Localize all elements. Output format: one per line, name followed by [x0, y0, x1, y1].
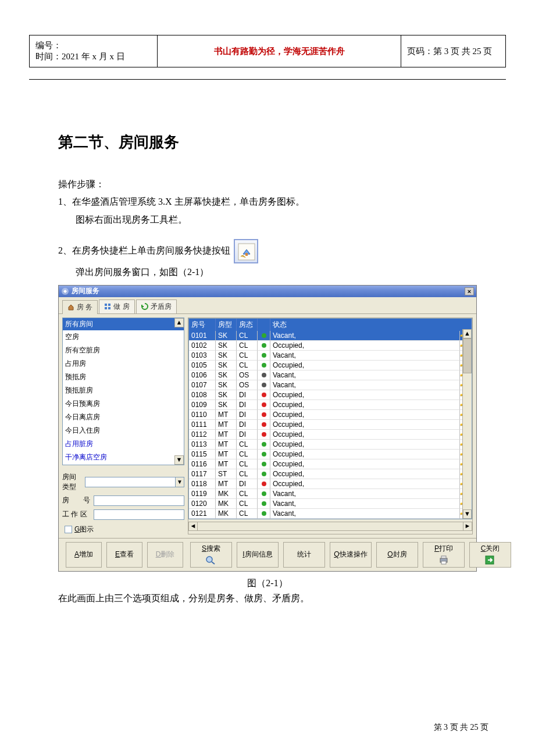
scroll-track[interactable] [198, 522, 463, 531]
quick-op-button[interactable]: Q快速操作 [330, 542, 372, 568]
button-bar: A增加 E查看 D删除 S搜索 I房间信息 统计 Q快速操作 O封房 P打印 [59, 538, 476, 571]
checkbox-icon[interactable] [65, 526, 72, 533]
list-item[interactable]: 今日预离房 [63, 397, 184, 411]
cell-dot [258, 331, 270, 341]
work-area-label: 工 作 区 [62, 509, 90, 519]
room-info-button[interactable]: I房间信息 [237, 542, 279, 568]
table-row[interactable]: 0115MTCLOccupied,🔑 [189, 450, 472, 459]
table-row[interactable]: 0106SKOSVacant,🔑 [189, 370, 472, 380]
delete-button[interactable]: D删除 [147, 542, 183, 568]
printer-icon [437, 555, 450, 565]
list-item[interactable]: 干净离店空房 [63, 451, 184, 464]
table-row[interactable]: 0112MTDIOccupied,🔑 [189, 430, 472, 440]
cell-room-type: MK [216, 509, 237, 519]
status-dot-icon [262, 511, 266, 516]
table-row[interactable]: 0121MKCLVacant,🔑 [189, 509, 472, 519]
filter-header[interactable]: 所有房间 [63, 318, 184, 330]
cell-room-code: DI [237, 479, 258, 489]
after-figure-text: 在此画面上由三个选项页组成，分别是房务、做房、矛盾房。 [58, 590, 477, 607]
list-item[interactable]: 占用脏房 [63, 437, 184, 451]
filter-listbox[interactable]: ▲ 所有房间 空房所有空脏房占用房预抵房预抵脏房今日预离房今日离店房今日入住房占… [62, 318, 184, 465]
list-item[interactable]: 今日离店房 [63, 411, 184, 424]
room-no-input[interactable] [94, 495, 184, 506]
scroll-up-button[interactable]: ▲ [174, 318, 184, 327]
scroll-down-button[interactable]: ▼ [463, 509, 472, 519]
house-icon [67, 304, 74, 311]
thumbnail-checkbox[interactable]: G图示 [65, 525, 184, 534]
list-item[interactable]: 预抵房 [63, 370, 184, 384]
list-item[interactable]: 占用房 [63, 357, 184, 370]
cell-room-type: MK [216, 489, 237, 499]
scroll-thumb[interactable] [463, 338, 472, 373]
tab-makeroom[interactable]: 做 房 [99, 299, 134, 313]
tab-discrepancy[interactable]: 矛盾房 [136, 299, 177, 313]
table-row[interactable]: 0110MTDIOccupied,🔑 [189, 410, 472, 420]
cell-room-no: 0109 [189, 400, 216, 410]
cell-dot [258, 489, 270, 499]
room-type-label: 房间类型 [62, 472, 81, 492]
list-item[interactable]: 所有空脏房 [63, 344, 184, 357]
table-row[interactable]: 0101SKCLVacant,🔑 [189, 331, 472, 341]
table-row[interactable]: 0107SKOSVacant,🔑 [189, 380, 472, 390]
room-type-combo[interactable]: ▼ [85, 477, 184, 487]
cell-status: Occupied, [270, 450, 460, 459]
table-row[interactable]: 0102SKCLOccupied,🔑 [189, 341, 472, 351]
room-type-input[interactable] [85, 477, 175, 487]
cell-dot [258, 499, 270, 509]
table-row[interactable]: 0105SKCLOccupied,🔑 [189, 361, 472, 370]
tab-housekeeping[interactable]: 房 务 [62, 300, 98, 314]
table-row[interactable]: 0119MKCLVacant,🔑 [189, 489, 472, 499]
seal-room-button[interactable]: O封房 [376, 542, 418, 568]
scroll-left-button[interactable]: ◄ [188, 522, 198, 531]
header-box: 编号： 时间：2021 年 x 月 x 日 书山有路勤为径，学海无涯苦作舟 页码… [29, 35, 506, 67]
cell-room-code: DI [237, 410, 258, 420]
table-row[interactable]: 0109SKDIOccupied,🔑 [189, 400, 472, 410]
col-room-type: 房型 [216, 319, 237, 331]
stats-button[interactable]: 统计 [283, 542, 325, 568]
table-row[interactable]: 0111MTDIOccupied,🔑 [189, 420, 472, 430]
col-indicator [258, 319, 270, 331]
cell-status: Occupied, [270, 459, 460, 469]
search-button[interactable]: S搜索 [190, 542, 232, 568]
table-row[interactable]: 0117STCLOccupied,🔑 [189, 469, 472, 479]
add-button[interactable]: A增加 [66, 542, 102, 568]
view-button[interactable]: E查看 [106, 542, 142, 568]
status-dot-icon [262, 452, 266, 457]
motto: 书山有路勤为径，学海无涯苦作舟 [158, 35, 401, 67]
cell-room-code: CL [237, 440, 258, 450]
vertical-scrollbar[interactable]: ▲ ▼ [462, 329, 472, 519]
cell-room-no: 0108 [189, 390, 216, 400]
scroll-down-button[interactable]: ▼ [174, 455, 184, 465]
table-row[interactable]: 0116MTCLOccupied,🔑 [189, 459, 472, 469]
horizontal-scrollbar[interactable]: ◄ ► [188, 522, 472, 531]
table-row[interactable]: 0108SKDIOccupied,🔑 [189, 390, 472, 400]
work-area-input[interactable] [94, 509, 184, 520]
list-item[interactable]: 暂封房 [63, 464, 184, 465]
list-item[interactable]: 预抵脏房 [63, 384, 184, 397]
cell-room-type: SK [216, 361, 237, 370]
window-title: 房间服务 [72, 286, 99, 296]
step-2b: 弹出房间服务窗口，如图（2-1） [76, 263, 477, 281]
status-dot-icon [262, 402, 266, 407]
table-row[interactable]: 0113MTCLOccupied,🔑 [189, 440, 472, 450]
cell-room-type: MT [216, 420, 237, 430]
cell-status: Occupied, [270, 400, 460, 410]
window-close-button[interactable]: × [465, 287, 474, 295]
svg-rect-6 [108, 307, 110, 309]
list-item[interactable]: 空房 [63, 330, 184, 344]
print-button[interactable]: P打印 [423, 542, 465, 568]
search-icon [205, 555, 217, 565]
cell-status: Occupied, [270, 479, 460, 489]
table-row[interactable]: 0103SKCLVacant,🔑 [189, 351, 472, 361]
status-dot-icon [262, 373, 266, 377]
scroll-up-button[interactable]: ▲ [463, 329, 472, 338]
room-grid[interactable]: 房号 房型 房态 状态 0101SKCLVacant,🔑0102SKCLOccu… [188, 318, 472, 519]
table-row[interactable]: 0118MTDIOccupied,🔑 [189, 479, 472, 489]
col-room-state: 房态 [237, 319, 258, 331]
cell-room-code: DI [237, 390, 258, 400]
table-row[interactable]: 0120MKCLVacant,🔑 [189, 499, 472, 509]
close-button[interactable]: C关闭 [469, 542, 511, 568]
scroll-right-button[interactable]: ► [463, 522, 472, 531]
list-item[interactable]: 今日入住房 [63, 424, 184, 437]
combo-dropdown-button[interactable]: ▼ [175, 477, 184, 487]
